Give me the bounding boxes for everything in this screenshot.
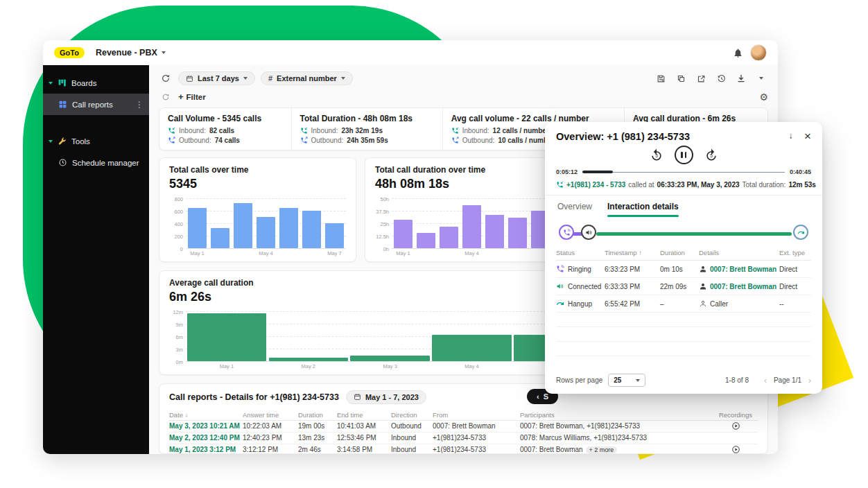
report-date-link[interactable]: May 1, 2023 3:12 PM bbox=[169, 446, 243, 453]
report-cell-end_time: 12:53:46 PM bbox=[337, 434, 391, 442]
prev-page-button[interactable]: ‹ bbox=[764, 376, 767, 385]
number-icon: # bbox=[268, 74, 272, 82]
pause-button[interactable] bbox=[675, 146, 693, 164]
playback-progress: 0:05:12 0:40:45 bbox=[556, 168, 811, 175]
report-date-link[interactable]: May 3, 2023 10:21 AM bbox=[169, 422, 243, 430]
download-button[interactable] bbox=[734, 71, 748, 85]
x-axis-label: May 1 bbox=[186, 250, 209, 256]
refresh-button[interactable] bbox=[159, 71, 173, 85]
avatar[interactable] bbox=[750, 44, 767, 61]
seek-bar[interactable] bbox=[582, 170, 785, 174]
panel-footer: Rows per page 25 1-8 of 8 ‹ Page 1/1 › bbox=[556, 368, 811, 387]
rows-per-page-select[interactable]: 25 bbox=[608, 374, 645, 387]
bar bbox=[188, 208, 207, 248]
outbound-call-icon bbox=[168, 137, 175, 144]
y-axis-tick-label: 200 bbox=[168, 234, 183, 240]
refresh-filters-button[interactable] bbox=[159, 90, 173, 104]
goto-logo[interactable]: GoTo bbox=[54, 47, 85, 58]
next-page-button[interactable]: › bbox=[808, 376, 811, 385]
audio-player-controls: 5 5 bbox=[556, 146, 811, 164]
history-icon bbox=[717, 74, 726, 83]
chart-title: Total call duration over time bbox=[375, 165, 552, 175]
caller-number-link[interactable]: +1(981) 234 - 5733 bbox=[566, 181, 625, 189]
bar bbox=[279, 208, 298, 248]
reports-date-label: May 1 - 7, 2023 bbox=[365, 393, 419, 401]
extension-link[interactable]: 0007: Brett Bowman bbox=[710, 265, 776, 273]
download-options-button[interactable] bbox=[754, 71, 768, 85]
bar-slot bbox=[323, 198, 346, 248]
more-participants-chip[interactable]: + 2 more bbox=[586, 446, 618, 453]
desktop-background: GoTo Revenue - PBX Boards Call reports bbox=[0, 0, 868, 488]
bar-slot bbox=[186, 311, 268, 361]
sidebar-item-call-reports[interactable]: Call reports ⋮ bbox=[43, 94, 149, 115]
inbound-stat: Inbound:23h 32m 19s bbox=[300, 127, 434, 134]
date-range-label: Last 7 days bbox=[198, 74, 239, 82]
timeline-ringing-node[interactable] bbox=[559, 225, 574, 240]
interaction-table-body: Ringing6:33:23 PM0m 10s0007: Brett Bowma… bbox=[556, 261, 811, 313]
add-filter-button[interactable]: + Filter bbox=[178, 92, 206, 102]
forward-5s-button[interactable]: 5 bbox=[704, 148, 718, 162]
page-indicator: Page 1/1 bbox=[774, 376, 801, 384]
reports-date-chip[interactable]: May 1 - 7, 2023 bbox=[346, 390, 426, 404]
chevron-down-icon bbox=[243, 77, 248, 80]
sidebar-item-schedule-manager[interactable]: Schedule manager bbox=[43, 152, 149, 173]
x-axis-labels: May 1May 4 bbox=[392, 250, 552, 256]
detail-column-header: Details bbox=[699, 249, 779, 256]
save-button[interactable] bbox=[654, 71, 668, 85]
notifications-button[interactable] bbox=[731, 46, 745, 60]
y-axis-tick-label: 800 bbox=[168, 196, 183, 202]
settings-gear-button[interactable]: ⚙ bbox=[759, 92, 768, 102]
copy-button[interactable] bbox=[674, 71, 688, 85]
play-recording-button[interactable] bbox=[731, 421, 740, 430]
outbound-label: Outbound: bbox=[179, 137, 211, 144]
report-row[interactable]: May 2, 2023 12:40 PM12:40:23 PM13m 23s12… bbox=[169, 433, 758, 444]
speaker-icon bbox=[556, 282, 564, 290]
sidebar-item-boards[interactable]: Boards bbox=[43, 72, 149, 94]
bar bbox=[211, 228, 229, 248]
date-range-filter[interactable]: Last 7 days bbox=[178, 71, 255, 85]
svg-text:5: 5 bbox=[710, 153, 713, 158]
sidebar-item-tools[interactable]: Tools bbox=[43, 130, 149, 152]
bar-chart-total-duration: 50h37.5h25h12.5h0h bbox=[392, 198, 552, 248]
rewind-5s-button[interactable]: 5 bbox=[650, 148, 663, 162]
tab-interaction-details[interactable]: Interaction details bbox=[607, 202, 679, 217]
tab-overview[interactable]: Overview bbox=[557, 202, 592, 217]
timeline-hangup-node[interactable] bbox=[793, 225, 808, 240]
interaction-row[interactable]: Ringing6:33:23 PM0m 10s0007: Brett Bowma… bbox=[556, 261, 811, 278]
person-icon bbox=[699, 282, 707, 290]
history-button[interactable] bbox=[714, 71, 728, 85]
sidebar: Boards Call reports ⋮ Tools Schedule man… bbox=[43, 65, 149, 454]
bar bbox=[350, 356, 429, 361]
secondary-toolbar: + Filter ⚙ bbox=[159, 88, 768, 105]
details-cell: 0007: Brett Bowman bbox=[699, 282, 779, 290]
interaction-row[interactable]: Hangup6:55:42 PM–Caller-- bbox=[556, 295, 811, 313]
filters-toolbar: Last 7 days # External number bbox=[159, 69, 768, 88]
report-date-link[interactable]: May 2, 2023 12:40 PM bbox=[169, 434, 243, 442]
account-switcher[interactable]: Revenue - PBX bbox=[96, 48, 166, 58]
bar-slot bbox=[209, 198, 232, 248]
total-time: 0:40:45 bbox=[790, 168, 811, 175]
gridline: 0h bbox=[392, 248, 552, 249]
inbound-label: Inbound: bbox=[311, 127, 338, 134]
export-button[interactable] bbox=[694, 71, 708, 85]
total-duration-value: 12m 53s bbox=[788, 181, 815, 189]
report-row[interactable]: May 1, 2023 3:12 PM3:12:12 PM2m 46s3:14:… bbox=[169, 444, 758, 455]
summary-total-duration: Total Duration - 48h 08m 18s Inbound:23h… bbox=[291, 108, 442, 150]
inbound-stat: Inbound:82 calls bbox=[168, 127, 283, 134]
scope-filter[interactable]: # External number bbox=[261, 71, 353, 85]
extension-link[interactable]: 0007: Brett Bowman bbox=[710, 283, 776, 290]
play-recording-button[interactable] bbox=[731, 445, 740, 454]
report-row[interactable]: May 3, 2023 10:21 AM10:22:03 AM19m 00s10… bbox=[169, 421, 758, 433]
interaction-table-header: StatusTimestamp ↑DurationDetailsExt. typ… bbox=[556, 245, 811, 261]
duration-cell: – bbox=[660, 300, 699, 308]
connected-segment bbox=[596, 232, 792, 236]
report-cell-from: +1(981)234-5733 bbox=[433, 434, 520, 442]
download-recording-button[interactable]: ↓ bbox=[787, 132, 795, 141]
timeline-connected-node[interactable] bbox=[581, 225, 596, 240]
close-panel-button[interactable]: × bbox=[804, 130, 811, 142]
report-column-header: End time bbox=[337, 411, 391, 419]
download-icon bbox=[736, 73, 746, 83]
kebab-menu-icon[interactable]: ⋮ bbox=[135, 100, 144, 110]
bar-slot bbox=[392, 198, 415, 248]
interaction-row[interactable]: Connected6:33:33 PM22m 09s0007: Brett Bo… bbox=[556, 278, 811, 295]
